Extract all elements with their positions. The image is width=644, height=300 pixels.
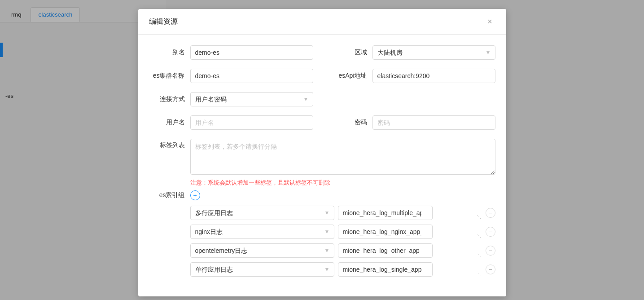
index-value-input-1[interactable] [338,206,433,220]
modal-title: 编辑资源 [149,17,178,26]
index-value-wrapper-1: ⋱ [338,206,482,220]
index-value-wrapper-2: ⋱ [338,225,482,239]
index-type-select-wrapper-3: 多行应用日志 nginx日志 opentelemetry日志 单行应用日志 ▼ [190,243,334,258]
tags-textarea[interactable] [190,139,495,175]
row-alias-region: 别名 区域 大陆机房 ▼ [149,45,495,60]
alias-label: 别名 [149,49,185,57]
field-username: 用户名 [149,115,313,130]
esapi-input[interactable] [372,69,495,83]
cluster-label: es集群名称 [149,72,185,80]
row-cluster-esapi: es集群名称 esApi地址 [149,69,495,83]
modal-body: 别名 区域 大陆机房 ▼ es集群名称 [138,35,506,293]
field-tags: 标签列表 注意：系统会默认增加一些标签，且默认标签不可删除 [149,139,495,187]
connect-label: 连接方式 [149,95,185,103]
username-input[interactable] [190,115,313,130]
tags-textarea-wrapper: 注意：系统会默认增加一些标签，且默认标签不可删除 [190,139,495,187]
modal-overlay: 编辑资源 × 别名 区域 大陆机房 ▼ [0,0,644,300]
edit-resource-modal: 编辑资源 × 别名 区域 大陆机房 ▼ [138,9,506,296]
connect-select-wrapper: 用户名密码 无认证 Token认证 ▼ [190,92,313,106]
index-type-select-3[interactable]: 多行应用日志 nginx日志 opentelemetry日志 单行应用日志 [190,243,334,258]
remove-index-button-1[interactable]: − [486,208,495,218]
resize-handle-icon-2: ⋱ [477,233,481,238]
index-value-wrapper-3: ⋱ [338,243,482,258]
username-label: 用户名 [149,119,185,127]
es-index-row: 多行应用日志 nginx日志 opentelemetry日志 单行应用日志 ▼ … [190,225,495,239]
password-label: 密码 [331,119,367,127]
es-index-section: es索引组 + 多行应用日志 nginx日志 opentelemetry日志 单… [149,190,495,277]
remove-index-button-3[interactable]: − [486,246,495,256]
add-index-button[interactable]: + [190,190,200,200]
es-index-row: 多行应用日志 nginx日志 opentelemetry日志 单行应用日志 ▼ … [190,243,495,258]
field-esapi: esApi地址 [331,69,495,83]
remove-index-button-2[interactable]: − [486,227,495,237]
es-index-row: 多行应用日志 nginx日志 opentelemetry日志 单行应用日志 ▼ … [190,262,495,277]
close-button[interactable]: × [485,16,495,27]
field-region: 区域 大陆机房 ▼ [331,45,495,60]
index-value-input-2[interactable] [338,225,433,239]
modal-header: 编辑资源 × [138,9,506,35]
region-label: 区域 [331,49,367,57]
tags-warning: 注意：系统会默认增加一些标签，且默认标签不可删除 [190,179,495,187]
remove-index-button-4[interactable]: − [486,265,495,274]
password-input[interactable] [372,115,495,130]
alias-input[interactable] [190,45,313,60]
esapi-label: esApi地址 [331,72,367,80]
index-value-input-3[interactable] [338,243,433,258]
index-type-select-1[interactable]: 多行应用日志 nginx日志 opentelemetry日志 单行应用日志 [190,206,334,220]
index-value-wrapper-4: ⋱ [338,262,482,277]
index-type-select-wrapper-1: 多行应用日志 nginx日志 opentelemetry日志 单行应用日志 ▼ [190,206,334,220]
row-tags: 标签列表 注意：系统会默认增加一些标签，且默认标签不可删除 [149,139,495,187]
modal-footer: 确定 取消 [138,293,506,296]
region-select-wrapper: 大陆机房 ▼ [372,45,495,60]
field-connect-empty [331,92,495,106]
es-index-header: es索引组 + [149,190,495,200]
index-value-input-4[interactable] [338,262,433,277]
index-type-select-wrapper-4: 多行应用日志 nginx日志 opentelemetry日志 单行应用日志 ▼ [190,262,334,277]
index-type-select-2[interactable]: 多行应用日志 nginx日志 opentelemetry日志 单行应用日志 [190,225,334,239]
index-type-select-4[interactable]: 多行应用日志 nginx日志 opentelemetry日志 单行应用日志 [190,262,334,277]
field-cluster: es集群名称 [149,69,313,83]
field-alias: 别名 [149,45,313,60]
cluster-input[interactable] [190,69,313,83]
row-connect: 连接方式 用户名密码 无认证 Token认证 ▼ [149,92,495,106]
field-password: 密码 [331,115,495,130]
tags-label: 标签列表 [149,141,185,150]
index-type-select-wrapper-2: 多行应用日志 nginx日志 opentelemetry日志 单行应用日志 ▼ [190,225,334,239]
es-index-row: 多行应用日志 nginx日志 opentelemetry日志 单行应用日志 ▼ … [190,206,495,220]
row-username-password: 用户名 密码 [149,115,495,130]
region-select[interactable]: 大陆机房 [372,45,495,60]
resize-handle-icon-1: ⋱ [477,214,481,219]
es-index-rows: 多行应用日志 nginx日志 opentelemetry日志 单行应用日志 ▼ … [149,206,495,277]
field-connect: 连接方式 用户名密码 无认证 Token认证 ▼ [149,92,313,106]
connect-select[interactable]: 用户名密码 无认证 Token认证 [190,92,313,106]
es-index-label: es索引组 [149,191,185,199]
resize-handle-icon-4: ⋱ [477,271,481,276]
resize-handle-icon-3: ⋱ [477,252,481,257]
